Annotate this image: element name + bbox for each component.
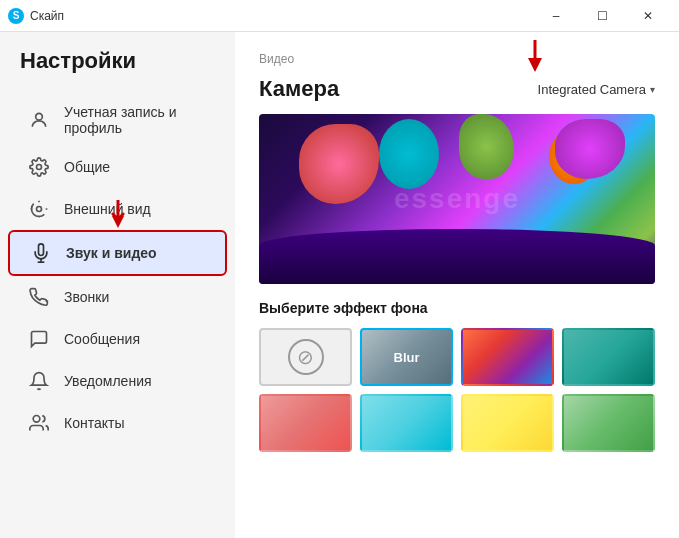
settings-title: Настройки bbox=[0, 48, 235, 94]
effect-bg-2[interactable] bbox=[562, 328, 655, 386]
sidebar-item-messages[interactable]: Сообщения bbox=[8, 318, 227, 360]
app-icon: S bbox=[8, 8, 24, 24]
svg-marker-8 bbox=[528, 58, 542, 72]
contacts-icon bbox=[28, 412, 50, 434]
person-icon bbox=[28, 109, 50, 131]
decor-ground bbox=[259, 229, 655, 284]
camera-device-name: Integrated Camera bbox=[538, 82, 646, 97]
appearance-icon bbox=[28, 198, 50, 220]
decor-blob-1 bbox=[299, 124, 379, 204]
camera-dropdown[interactable]: Integrated Camera ▾ bbox=[538, 82, 655, 97]
effect-bg-5[interactable] bbox=[461, 394, 554, 452]
camera-section: Камера Integrated Camera ▾ bbox=[259, 76, 655, 102]
window-controls: – ☐ ✕ bbox=[533, 0, 671, 32]
sidebar-item-general[interactable]: Общие bbox=[8, 146, 227, 188]
settings-content: Видео Камера Integrated Camera ▾ es bbox=[235, 32, 679, 538]
phone-icon bbox=[28, 286, 50, 308]
bg-effects-title: Выберите эффект фона bbox=[259, 300, 655, 316]
effect-bg-4[interactable] bbox=[360, 394, 453, 452]
svg-marker-3 bbox=[112, 216, 124, 228]
sidebar-item-calls[interactable]: Звонки bbox=[8, 276, 227, 318]
close-button[interactable]: ✕ bbox=[625, 0, 671, 32]
bell-icon bbox=[28, 370, 50, 392]
calls-label: Звонки bbox=[64, 289, 109, 305]
sidebar-item-notifications[interactable]: Уведомления bbox=[8, 360, 227, 402]
svg-point-0 bbox=[36, 113, 43, 120]
messages-label: Сообщения bbox=[64, 331, 140, 347]
main-content: Настройки Учетная запись и профиль Общие… bbox=[0, 32, 679, 538]
sidebar-item-account[interactable]: Учетная запись и профиль bbox=[8, 94, 227, 146]
minimize-button[interactable]: – bbox=[533, 0, 579, 32]
camera-arrow-annotation bbox=[525, 40, 545, 76]
blur-label: Blur bbox=[394, 350, 420, 365]
video-watermark: essenge bbox=[394, 183, 520, 215]
decor-blob-2 bbox=[379, 119, 439, 189]
no-effect-icon: ⊘ bbox=[288, 339, 324, 375]
camera-row: Камера Integrated Camera ▾ bbox=[259, 76, 655, 102]
section-label: Видео bbox=[259, 52, 655, 66]
title-bar: S Скайп – ☐ ✕ bbox=[0, 0, 679, 32]
decor-blob-5 bbox=[555, 119, 625, 179]
svg-point-2 bbox=[37, 207, 42, 212]
app-title: Скайп bbox=[30, 9, 533, 23]
svg-point-1 bbox=[37, 165, 42, 170]
effect-blur[interactable]: Blur bbox=[360, 328, 453, 386]
notifications-label: Уведомления bbox=[64, 373, 152, 389]
decor-blob-3 bbox=[459, 114, 514, 179]
svg-point-6 bbox=[33, 416, 40, 423]
contacts-label: Контакты bbox=[64, 415, 124, 431]
camera-title: Камера bbox=[259, 76, 339, 102]
effect-bg-1[interactable] bbox=[461, 328, 554, 386]
effect-bg-3[interactable] bbox=[259, 394, 352, 452]
mic-icon bbox=[30, 242, 52, 264]
account-label: Учетная запись и профиль bbox=[64, 104, 207, 136]
effect-bg-6[interactable] bbox=[562, 394, 655, 452]
video-preview: essenge bbox=[259, 114, 655, 284]
effect-none[interactable]: ⊘ bbox=[259, 328, 352, 386]
sidebar: Настройки Учетная запись и профиль Общие… bbox=[0, 32, 235, 538]
chevron-down-icon: ▾ bbox=[650, 84, 655, 95]
general-label: Общие bbox=[64, 159, 110, 175]
sidebar-item-sound-video[interactable]: Звук и видео bbox=[8, 230, 227, 276]
effects-grid: ⊘ Blur bbox=[259, 328, 655, 452]
sidebar-arrow-annotation bbox=[108, 200, 128, 228]
sidebar-item-contacts[interactable]: Контакты bbox=[8, 402, 227, 444]
sound-video-label: Звук и видео bbox=[66, 245, 157, 261]
maximize-button[interactable]: ☐ bbox=[579, 0, 625, 32]
gear-icon bbox=[28, 156, 50, 178]
message-icon bbox=[28, 328, 50, 350]
